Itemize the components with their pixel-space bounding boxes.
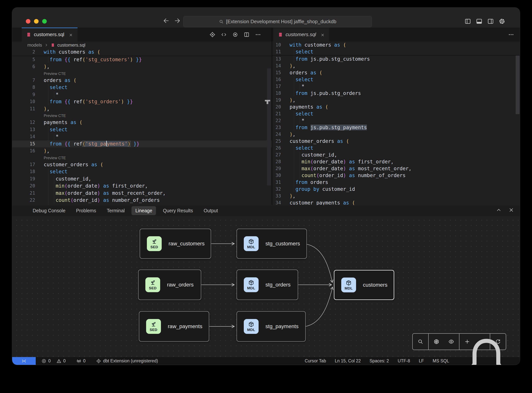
status-item-cursor-tab[interactable]: Cursor Tab: [305, 358, 326, 364]
more-actions-icon[interactable]: [508, 32, 514, 38]
code-line[interactable]: 5 from {{ ref('stg_customers') }}: [12, 56, 272, 63]
code-line[interactable]: 23 from js.pub.stg_payments: [272, 124, 520, 131]
split-editor-icon[interactable]: [244, 32, 250, 38]
code-line[interactable]: 21 select: [272, 110, 520, 117]
panel-tab-query-results[interactable]: Query Results: [159, 206, 197, 215]
preview-icon[interactable]: [232, 32, 238, 38]
code-line[interactable]: 15 from {{ ref('stg_payments') }}: [12, 140, 272, 147]
lineage-node-raw_customers[interactable]: SEDraw_customers: [140, 229, 211, 259]
layout-panel-icon[interactable]: [476, 18, 483, 25]
close-window-button[interactable]: [26, 19, 30, 24]
code-line[interactable]: 30 count(order_id) as number_of_orders: [272, 172, 520, 179]
code-line[interactable]: 8 select: [12, 84, 272, 91]
code-line[interactable]: 22 *: [272, 117, 520, 124]
more-actions-icon[interactable]: [255, 32, 261, 38]
lineage-node-raw_payments[interactable]: SEDraw_payments: [139, 311, 209, 342]
status-item-ln-15-col-22[interactable]: Ln 15, Col 22: [335, 358, 361, 364]
scrollbar-right-editor[interactable]: [516, 49, 519, 114]
code-line[interactable]: 33),: [272, 192, 520, 199]
code-line[interactable]: 14 *: [12, 133, 272, 140]
back-arrow-icon[interactable]: [163, 17, 170, 24]
status-item[interactable]: 0: [41, 358, 51, 364]
code-line[interactable]: 16),: [12, 147, 272, 155]
status-item-spaces-2[interactable]: Spaces: 2: [369, 358, 389, 364]
code-line[interactable]: 14),: [272, 62, 520, 69]
code-line[interactable]: 19 customer_id,: [12, 175, 272, 183]
code-line[interactable]: 20payments as (: [272, 103, 520, 110]
code-line[interactable]: 9 *: [12, 91, 272, 98]
code-line[interactable]: 22 count(order_id) as number_of_orders: [12, 197, 272, 204]
breadcrumb-folder[interactable]: models: [27, 42, 42, 48]
minimize-window-button[interactable]: [34, 19, 38, 24]
code-line[interactable]: 17customer_orders as (: [12, 161, 272, 168]
code-line[interactable]: 27 customer_id,: [272, 151, 520, 158]
code-line[interactable]: 20 min(order_date) as first_order,: [12, 182, 272, 190]
code-line[interactable]: 31 from orders: [272, 179, 520, 186]
bell-icon[interactable]: [458, 333, 515, 365]
code-line[interactable]: 29 max(order_date) as most_recent_order,: [272, 165, 520, 172]
maximize-window-button[interactable]: [42, 19, 47, 24]
code-line[interactable]: 18 select: [12, 168, 272, 175]
status-item-ms-sql[interactable]: MS SQL: [433, 358, 449, 364]
code-line[interactable]: 32 group by customer_id: [272, 186, 520, 192]
code-line[interactable]: 24),: [272, 131, 520, 138]
tab-customers-sql-left[interactable]: customers.sql: [22, 28, 77, 41]
status-item-utf-8[interactable]: UTF-8: [398, 358, 410, 364]
lineage-node-stg_payments[interactable]: MDLstg_payments: [237, 311, 306, 342]
status-item[interactable]: 0: [76, 358, 86, 364]
remote-indicator[interactable]: [12, 357, 36, 365]
lineage-node-stg_orders[interactable]: MDLstg_orders: [237, 270, 298, 300]
codelens-preview-cte[interactable]: Preview CTE: [12, 155, 272, 161]
scrollbar-left-editor[interactable]: [267, 69, 271, 186]
code-editor-left[interactable]: 5 from {{ ref('stg_customers') }}6),Prev…: [12, 56, 272, 205]
code-line[interactable]: 19),: [272, 97, 520, 103]
settings-gear-icon[interactable]: [498, 18, 505, 25]
breadcrumb-file[interactable]: customers.sql: [57, 42, 85, 48]
code-editor-right[interactable]: 13 from js.pub.stg_customers14),15orders…: [272, 55, 520, 205]
panel-tab-terminal[interactable]: Terminal: [103, 206, 129, 215]
code-line[interactable]: 26 select: [272, 145, 520, 151]
code-line[interactable]: 34customer_payments as (: [272, 199, 520, 205]
dbt-icon[interactable]: [209, 32, 216, 38]
code-line[interactable]: 17 *: [272, 83, 520, 90]
codelens-preview-cte[interactable]: Preview CTE: [12, 113, 272, 119]
close-icon[interactable]: [508, 207, 514, 213]
codelens-preview-cte[interactable]: Preview CTE: [12, 70, 272, 77]
panel-tab-problems[interactable]: Problems: [72, 206, 100, 215]
chevron-up-icon[interactable]: [496, 207, 502, 213]
code-line[interactable]: 11 select: [272, 48, 520, 55]
layout-sidebar-left-icon[interactable]: [464, 18, 471, 25]
lineage-node-raw_orders[interactable]: SEDraw_orders: [138, 270, 201, 300]
code-line[interactable]: 15orders as (: [272, 69, 520, 76]
code-icon[interactable]: [221, 32, 227, 38]
code-line[interactable]: 28 min(order_date) as first_order,: [272, 158, 520, 165]
code-line[interactable]: 2with customers as (: [12, 49, 272, 56]
code-line[interactable]: 12payments as (: [12, 119, 272, 126]
code-line[interactable]: 16 select: [272, 76, 520, 83]
lineage-node-customers[interactable]: MDLcustomers: [334, 270, 394, 300]
lineage-node-stg_customers[interactable]: MDLstg_customers: [237, 229, 307, 259]
close-icon[interactable]: [321, 33, 325, 37]
code-line[interactable]: 10 from {{ ref('stg_orders') }}: [12, 98, 272, 105]
code-line[interactable]: 11),: [12, 105, 272, 113]
code-line[interactable]: 13 from js.pub.stg_customers: [272, 55, 520, 62]
forward-arrow-icon[interactable]: [174, 17, 181, 24]
panel-tab-output[interactable]: Output: [200, 206, 222, 215]
code-line[interactable]: 21 max(order_date) as most_recent_order,: [12, 190, 272, 197]
close-icon[interactable]: [69, 33, 73, 37]
code-line[interactable]: 7orders as (: [12, 77, 272, 84]
status-item[interactable]: dbt Extension (unregistered): [96, 358, 158, 364]
status-item[interactable]: 0: [56, 358, 66, 364]
panel-tab-lineage[interactable]: Lineage: [131, 206, 156, 215]
code-line[interactable]: 10with customers as (: [272, 41, 520, 48]
code-line[interactable]: 13 select: [12, 126, 272, 133]
code-line[interactable]: 25customer_orders as (: [272, 138, 520, 145]
command-center-search[interactable]: [Extension Development Host] jaffle_shop…: [183, 16, 372, 27]
code-line[interactable]: 6),: [12, 63, 272, 70]
layout-sidebar-right-icon[interactable]: [487, 18, 494, 25]
code-line[interactable]: 18 from js.pub.stg_orders: [272, 90, 520, 97]
tab-customers-sql-right[interactable]: customers.sql: [273, 28, 329, 41]
breadcrumb[interactable]: models customers.sql: [12, 41, 272, 49]
panel-tab-debug-console[interactable]: Debug Console: [29, 206, 69, 215]
status-item-lf[interactable]: LF: [419, 358, 424, 364]
